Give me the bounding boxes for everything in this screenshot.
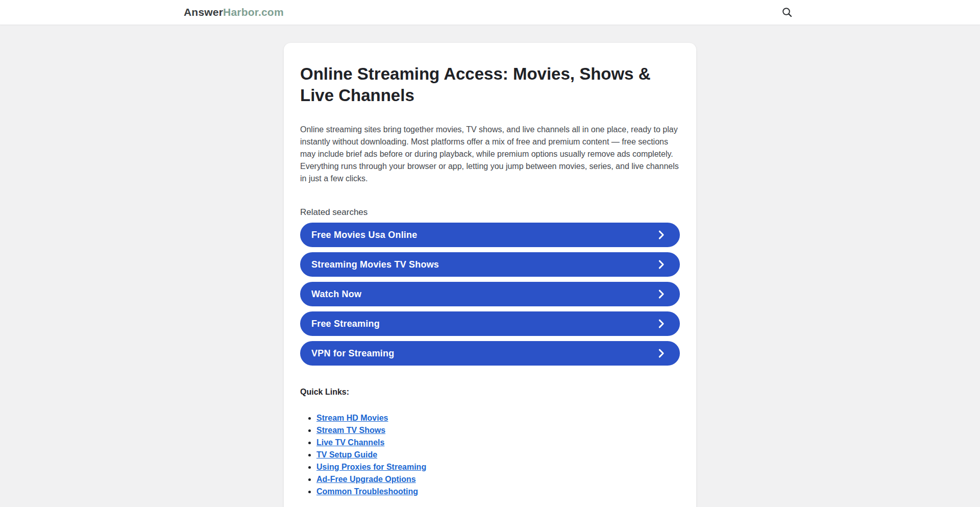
related-searches-list: Free Movies Usa Online Streaming Movies …	[300, 223, 680, 366]
quick-link-item: Live TV Channels	[316, 437, 680, 449]
related-search-label: Watch Now	[311, 289, 361, 300]
quick-link-item: Stream HD Movies	[316, 412, 680, 424]
quick-link[interactable]: TV Setup Guide	[316, 450, 377, 459]
content-card: Online Streaming Access: Movies, Shows &…	[284, 43, 696, 507]
chevron-right-icon	[655, 348, 667, 359]
related-search-button[interactable]: Watch Now	[300, 282, 680, 306]
quick-link[interactable]: Using Proxies for Streaming	[316, 463, 426, 471]
related-search-button[interactable]: Streaming Movies TV Shows	[300, 252, 680, 277]
logo-text-primary: Answer	[184, 6, 223, 18]
site-logo[interactable]: AnswerHarbor.com	[184, 6, 284, 18]
quick-link[interactable]: Common Troubleshooting	[316, 487, 418, 496]
page-title: Online Streaming Access: Movies, Shows &…	[300, 63, 680, 106]
related-search-label: Free Movies Usa Online	[311, 230, 417, 240]
logo-text-secondary: Harbor.com	[223, 6, 284, 18]
related-search-label: Free Streaming	[311, 319, 380, 329]
chevron-right-icon	[655, 229, 667, 240]
quick-link-item: Stream TV Shows	[316, 424, 680, 437]
quick-link-item: Common Troubleshooting	[316, 486, 680, 498]
quick-links-label: Quick Links:	[300, 388, 680, 397]
page-body: Online Streaming Access: Movies, Shows &…	[0, 43, 980, 507]
quick-link[interactable]: Ad-Free Upgrade Options	[316, 475, 416, 484]
related-search-button[interactable]: Free Movies Usa Online	[300, 223, 680, 247]
related-search-label: Streaming Movies TV Shows	[311, 259, 439, 270]
quick-link[interactable]: Stream TV Shows	[316, 426, 385, 434]
related-searches-label: Related searches	[300, 207, 680, 218]
chevron-right-icon	[655, 288, 667, 300]
quick-link-item: Ad-Free Upgrade Options	[316, 473, 680, 486]
search-button[interactable]	[778, 3, 796, 21]
quick-link-item: Using Proxies for Streaming	[316, 461, 680, 473]
related-search-label: VPN for Streaming	[311, 348, 394, 359]
quick-link[interactable]: Stream HD Movies	[316, 414, 388, 422]
related-search-button[interactable]: Free Streaming	[300, 311, 680, 336]
header: AnswerHarbor.com	[0, 0, 980, 25]
related-search-button[interactable]: VPN for Streaming	[300, 341, 680, 366]
chevron-right-icon	[655, 259, 667, 270]
chevron-right-icon	[655, 318, 667, 329]
quick-link-item: TV Setup Guide	[316, 449, 680, 461]
header-inner: AnswerHarbor.com	[184, 0, 796, 25]
search-icon	[781, 6, 793, 18]
quick-link[interactable]: Live TV Channels	[316, 438, 384, 447]
quick-links-list: Stream HD Movies Stream TV Shows Live TV…	[300, 412, 680, 498]
intro-paragraph: Online streaming sites bring together mo…	[300, 124, 680, 185]
